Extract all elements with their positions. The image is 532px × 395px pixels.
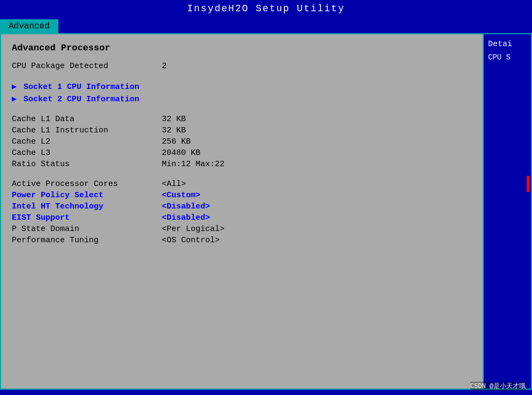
- cache-value-0: 32 KB: [162, 115, 186, 124]
- socket1-link[interactable]: Socket 1 CPU Information: [12, 81, 472, 92]
- cpu-package-value: 2: [162, 62, 167, 71]
- config-row-5: Performance Tuning <OS Control>: [12, 236, 472, 245]
- app-title: InsydeH2O Setup Utility: [187, 3, 344, 14]
- cache-label-2: Cache L2: [12, 137, 162, 146]
- title-bar: InsydeH2O Setup Utility: [0, 0, 532, 17]
- cache-value-3: 20480 KB: [162, 148, 200, 158]
- sidebar-subtitle: CPU S: [488, 53, 527, 62]
- config-value-2: <Disabled>: [162, 202, 210, 211]
- cache-label-1: Cache L1 Instruction: [12, 126, 162, 135]
- socket2-label: Socket 2 CPU Information: [24, 95, 139, 104]
- content-panel: Advanced Processor CPU Package Detected …: [1, 34, 483, 389]
- config-row-4: P State Domain <Per Logical>: [12, 225, 472, 234]
- config-value-5: <OS Control>: [162, 236, 220, 245]
- config-row-2[interactable]: Intel HT Technology <Disabled>: [12, 202, 472, 211]
- cache-row-0: Cache L1 Data 32 KB: [12, 115, 472, 124]
- cache-label-3: Cache L3: [12, 148, 162, 158]
- main-layout: Advanced Processor CPU Package Detected …: [0, 33, 532, 390]
- nav-item-advanced[interactable]: Advanced: [0, 19, 58, 33]
- cache-label-0: Cache L1 Data: [12, 115, 162, 124]
- nav-bar: Advanced: [0, 17, 532, 33]
- config-value-3: <Disabled>: [162, 213, 210, 222]
- config-label-2: Intel HT Technology: [12, 202, 162, 211]
- config-label-1: Power Policy Select: [12, 191, 162, 200]
- cache-row-2: Cache L2 256 KB: [12, 137, 472, 146]
- cache-row-1: Cache L1 Instruction 32 KB: [12, 126, 472, 135]
- config-value-4: <Per Logical>: [162, 225, 224, 234]
- config-row-1[interactable]: Power Policy Select <Custom>: [12, 191, 472, 200]
- section-title: Advanced Processor: [12, 43, 472, 53]
- cpu-package-label: CPU Package Detected: [12, 62, 162, 71]
- watermark: CSDN @是小天才哦: [470, 382, 526, 391]
- config-label-4: P State Domain: [12, 225, 162, 234]
- cpu-package-row: CPU Package Detected 2: [12, 62, 472, 71]
- config-value-0: <All>: [162, 180, 186, 189]
- scrollbar[interactable]: [527, 176, 530, 192]
- config-row-0: Active Processor Cores <All>: [12, 180, 472, 189]
- socket1-label: Socket 1 CPU Information: [24, 83, 139, 92]
- cache-label-4: Ratio Status: [12, 160, 162, 169]
- cache-value-1: 32 KB: [162, 126, 186, 135]
- socket2-link[interactable]: Socket 2 CPU Information: [12, 94, 472, 104]
- sidebar-title: Detai: [488, 40, 527, 49]
- nav-label-advanced: Advanced: [9, 21, 50, 31]
- cache-row-4: Ratio Status Min:12 Max:22: [12, 160, 472, 169]
- config-value-1: <Custom>: [162, 191, 200, 200]
- config-label-3: EIST Support: [12, 213, 162, 222]
- config-label-0: Active Processor Cores: [12, 180, 162, 189]
- config-row-3[interactable]: EIST Support <Disabled>: [12, 213, 472, 222]
- cache-value-2: 256 KB: [162, 137, 191, 146]
- cache-value-4: Min:12 Max:22: [162, 160, 224, 169]
- config-label-5: Performance Tuning: [12, 236, 162, 245]
- sidebar-panel: Detai CPU S: [483, 34, 531, 389]
- cache-row-3: Cache L3 20480 KB: [12, 148, 472, 158]
